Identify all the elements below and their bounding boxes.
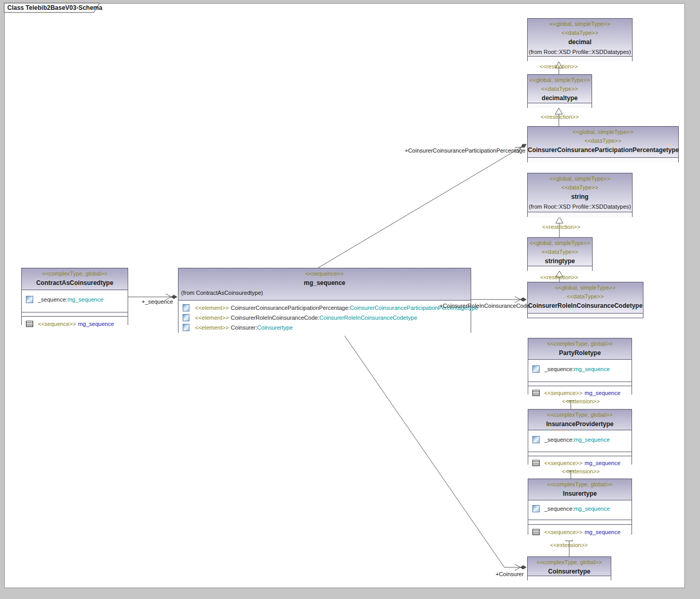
attribute-compartment: _sequence: mg_sequence (528, 430, 632, 452)
class-insurance-provider-type[interactable]: <<complexType, global>> InsuranceProvide… (528, 409, 632, 465)
class-decimal[interactable]: <<global, simpleType>> <<dataType>> deci… (527, 18, 633, 61)
operation-icon (532, 529, 540, 535)
operation-name: mg_sequence (78, 321, 114, 327)
stereotype-label: <<global, simpleType>> (528, 174, 632, 183)
stereotype-label: <<dataType>> (528, 248, 592, 256)
association-participation-percentage[interactable] (318, 144, 526, 268)
element-row[interactable]: <<element>> Coinsurer: Coinsurertype (179, 322, 471, 332)
class-role-code-type[interactable]: <<global, simpleType>> <<dataType>> Coin… (527, 282, 643, 318)
element-row[interactable]: <<element>> CoinsurerCoinsuranceParticip… (179, 303, 471, 312)
extension-label[interactable]: <<extension>> (550, 542, 588, 548)
empty-compartment (528, 382, 632, 386)
attribute-compartment: _sequence: mg_sequence (528, 359, 632, 382)
restriction-label[interactable]: <<restriction>> (540, 63, 578, 70)
class-mg-sequence[interactable]: <<sequence>> mg_sequence (from ContractA… (178, 268, 471, 333)
empty-compartment (528, 56, 632, 62)
empty-compartment (528, 103, 592, 108)
extension-label[interactable]: <<extension>> (562, 468, 600, 474)
attribute-type: mg_sequence (67, 296, 103, 303)
class-header: <<global, simpleType>> <<dataType>> stri… (528, 173, 632, 212)
attribute-row[interactable]: _sequence: mg_sequence (528, 503, 632, 513)
class-decimaltype[interactable]: <<global, simpleType>> <<dataType>> deci… (527, 74, 592, 108)
association-coinsurer[interactable] (342, 333, 526, 567)
attribute-row[interactable]: _sequence: mg_sequence (528, 364, 632, 374)
stereotype-label: <<complexType, global>> (528, 411, 632, 419)
class-name: decimaltype (528, 93, 592, 103)
stereotype-label: <<dataType>> (528, 183, 632, 192)
class-coinsurer-type[interactable]: <<complexType, global>> Coinsurertype (527, 556, 611, 580)
class-header: <<global, simpleType>> <<dataType>> Coin… (528, 127, 678, 157)
operation-icon (26, 321, 33, 327)
stereotype-label: <<sequence>> (179, 269, 471, 278)
class-name: string (528, 192, 632, 202)
class-name: InsuranceProvidertype (528, 419, 632, 429)
class-header: <<global, simpleType>> <<dataType>> stri… (528, 238, 592, 266)
class-header: <<global, simpleType>> <<dataType>> Coin… (528, 282, 643, 313)
attribute-icon (26, 296, 33, 303)
stereotype-label: <<global, simpleType>> (528, 283, 643, 292)
class-header: <<complexType, global>> InsuranceProvide… (528, 410, 632, 430)
extension-label[interactable]: <<extension>> (562, 398, 600, 404)
operation-row[interactable]: <<sequence>> mg_sequence (528, 527, 632, 537)
association-label-participation-percentage[interactable]: +CoinsurerCoinsuranceParticipationPercen… (405, 147, 526, 154)
class-header: <<complexType, global>> Coinsurertype (528, 557, 611, 576)
class-string[interactable]: <<global, simpleType>> <<dataType>> stri… (527, 173, 633, 217)
empty-compartment (528, 520, 632, 524)
class-contract-as-coinsured-type[interactable]: <<complexType, global>> ContractAsCoinsu… (21, 268, 128, 325)
attribute-row[interactable]: _sequence: mg_sequence (528, 434, 632, 444)
operation-stereotype: <<sequence>> (544, 529, 582, 535)
class-participation-percentage-type[interactable]: <<global, simpleType>> <<dataType>> Coin… (527, 126, 679, 162)
element-name: CoinsurerCoinsuranceParticipationPercent… (231, 305, 350, 311)
class-name: Insurertype (528, 489, 632, 499)
stereotype-label: <<complexType, global>> (22, 269, 128, 278)
class-header: <<complexType, global>> ContractAsCoinsu… (22, 268, 128, 290)
class-insurer-type[interactable]: <<complexType, global>> Insurertype _seq… (528, 479, 632, 535)
element-row[interactable]: <<element>> CoinsurerRoleInCoinsuranceCo… (179, 312, 471, 322)
class-name: CoinsurerRoleInCoinsuranceCodetype (528, 301, 643, 311)
stereotype-label: <<global, simpleType>> (528, 20, 632, 29)
class-header: <<global, simpleType>> <<dataType>> deci… (528, 19, 632, 56)
attribute-compartment: _sequence: mg_sequence (528, 500, 632, 520)
operation-name: mg_sequence (584, 390, 620, 396)
empty-compartment (528, 266, 592, 271)
element-name: CoinsurerRoleInCoinsuranceCode: (231, 315, 320, 321)
operation-name: mg_sequence (584, 460, 620, 466)
stereotype-label: <<global, simpleType>> (528, 128, 678, 137)
restriction-label[interactable]: <<restriction>> (541, 114, 579, 120)
restriction-label[interactable]: <<restriction>> (540, 274, 578, 280)
class-from: (from Root::XSD Profile::XSDDatatypes) (528, 202, 632, 211)
empty-compartment (528, 452, 632, 456)
operation-row[interactable]: <<sequence>> mg_sequence (528, 388, 632, 398)
attribute-row[interactable]: _sequence: mg_sequence (22, 294, 128, 304)
stereotype-label: <<dataType>> (528, 292, 643, 301)
class-from: (from ContractAsCoinsuredtype) (179, 288, 471, 297)
operation-row[interactable]: <<sequence>> mg_sequence (528, 458, 632, 468)
class-name: decimal (528, 37, 632, 47)
stereotype-label: <<global, simpleType>> (528, 76, 592, 85)
operation-name: mg_sequence (584, 529, 620, 535)
restriction-label[interactable]: <<restriction>> (542, 224, 580, 230)
attribute-name: _sequence: (544, 506, 574, 512)
element-icon (183, 304, 189, 311)
element-type: Coinsurertype (257, 324, 293, 331)
attribute-icon (532, 436, 540, 443)
operation-row[interactable]: <<sequence>> mg_sequence (22, 319, 128, 329)
class-party-role-type[interactable]: <<complexType, global>> PartyRoletype _s… (528, 338, 632, 394)
attribute-type: mg_sequence (574, 506, 610, 512)
operation-compartment: <<sequence>> mg_sequence (22, 316, 128, 332)
element-icon (183, 314, 189, 321)
class-header: <<global, simpleType>> <<dataType>> deci… (528, 75, 592, 103)
stereotype-label: <<dataType>> (528, 29, 632, 37)
element-type: CoinsurerRoleInCoinsuranceCodetype (319, 315, 417, 321)
association-label-sequence[interactable]: +_sequence (142, 298, 173, 305)
class-name: ContractAsCoinsuredtype (22, 278, 128, 288)
stereotype-label: <<dataType>> (528, 137, 678, 145)
stereotype-label: <<complexType, global>> (528, 339, 632, 348)
association-label-coinsurer[interactable]: +Coinsurer (496, 571, 524, 577)
diagram-title: Class Telebib2BaseV03-Schema (7, 4, 102, 11)
attribute-type: mg_sequence (574, 366, 610, 372)
attribute-icon (532, 365, 540, 373)
generalization-triangle (556, 217, 563, 223)
class-stringtype[interactable]: <<global, simpleType>> <<dataType>> stri… (527, 237, 593, 271)
association-label-role-code[interactable]: +CoinsurerRoleInCoinsuranceCode (440, 303, 530, 309)
